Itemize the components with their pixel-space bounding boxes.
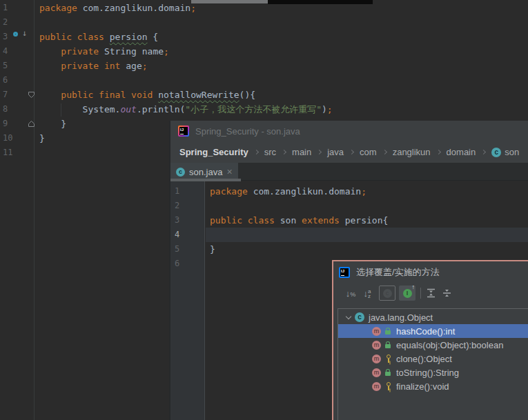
class-icon: c — [176, 168, 185, 177]
fold-column — [28, 59, 37, 73]
code-text: } — [210, 242, 215, 257]
code-text: package com.zanglikun.domain; — [210, 184, 366, 199]
fold-column — [28, 102, 37, 117]
method-icon: m — [372, 368, 381, 377]
code-line[interactable]: 5 private int age; — [0, 59, 528, 73]
line-number[interactable]: 3 — [170, 213, 206, 228]
protected-visibility-icon — [385, 382, 392, 390]
line-number[interactable]: 4 — [170, 228, 206, 242]
code-line[interactable]: 3public class son extends persion{ — [170, 213, 528, 228]
method-label: toString():String — [396, 368, 459, 378]
breadcrumb-item-com[interactable]: com — [360, 147, 377, 157]
breadcrumb-item-domain[interactable]: domain — [447, 147, 476, 157]
breadcrumb-item-spring_security[interactable]: Spring_Security — [179, 147, 248, 157]
collapse-all-icon — [442, 288, 452, 298]
sort-by-percent-button[interactable]: ↓% — [342, 286, 359, 301]
breadcrumb-leaf-label: son — [505, 147, 519, 157]
code-line[interactable]: 5} — [170, 242, 528, 257]
tree-item-equals[interactable]: mequals(obj:Object):boolean — [338, 338, 528, 352]
line-number[interactable]: 4 — [0, 44, 28, 59]
show-classes-toggle[interactable]: c — [379, 286, 395, 301]
method-icon: m — [372, 354, 381, 363]
intellij-logo-icon: IJ — [339, 267, 350, 278]
breadcrumb-item-zanglikun[interactable]: zanglikun — [393, 147, 431, 157]
class-icon: c — [491, 148, 501, 157]
breadcrumb-item-son[interactable]: cson — [491, 147, 519, 157]
line-number[interactable]: 6 — [170, 257, 206, 271]
breadcrumb-item-main[interactable]: main — [292, 147, 311, 157]
collapse-all-button[interactable] — [442, 286, 452, 301]
close-icon[interactable]: × — [226, 167, 232, 177]
tab-underline-strip — [170, 179, 241, 181]
line-number[interactable]: 9 — [0, 117, 28, 131]
window-title: Spring_Security - son.java — [195, 126, 300, 137]
fold-column — [28, 1, 37, 15]
line-number[interactable]: 7 — [0, 88, 28, 102]
breadcrumb: Spring_Securitysrcmainjavacomzanglikundo… — [170, 141, 528, 163]
code-line[interactable]: 1package com.zanglikun.domain; — [170, 184, 528, 199]
chevron-right-icon — [382, 150, 387, 154]
breadcrumb-item-src[interactable]: src — [264, 147, 276, 157]
fold-column — [28, 30, 37, 44]
code-line[interactable]: 2 — [0, 15, 528, 30]
line-number[interactable]: 5 — [0, 59, 28, 73]
dialog-toolbar: ↓% ↓az c I ↑ — [342, 283, 528, 303]
code-text: public class son extends persion{ — [210, 213, 388, 228]
protected-visibility-icon — [385, 354, 392, 363]
code-line[interactable]: 2 — [170, 199, 528, 213]
caret-line-highlight — [206, 228, 528, 242]
tab-label: son.java — [189, 167, 222, 177]
line-number[interactable]: 10 — [0, 131, 28, 146]
dialog-title-bar[interactable]: IJ 选择覆盖/实施的方法 — [333, 261, 528, 283]
chevron-down-icon[interactable] — [346, 313, 351, 319]
line-number[interactable]: 8 — [0, 102, 28, 117]
line-number[interactable]: 2 — [170, 199, 206, 213]
line-number[interactable]: 1 — [170, 184, 206, 199]
tree-root-label: java.lang.Object — [369, 312, 433, 323]
line-number[interactable]: 2 — [0, 15, 28, 30]
override-implement-dialog: IJ 选择覆盖/实施的方法 ↓% ↓az c I ↑ — [332, 260, 528, 420]
code-line[interactable]: 4 — [170, 228, 528, 242]
tree-item-hashCode[interactable]: mhashCode():int — [338, 324, 528, 338]
tree-item-clone[interactable]: mclone():Object — [338, 352, 528, 366]
line-number[interactable]: 6 — [0, 73, 28, 88]
tree-item-toString[interactable]: mtoString():String — [338, 366, 528, 379]
code-text: private String name; — [39, 44, 169, 59]
code-line[interactable]: 4 private String name; — [0, 44, 528, 59]
code-text: public final void notallowRewrite(){ — [39, 88, 255, 102]
line-number[interactable]: 3 — [0, 30, 28, 44]
sort-alphabetically-button[interactable]: ↓az — [359, 286, 375, 301]
code-line[interactable]: 7 public final void notallowRewrite(){ — [0, 88, 528, 102]
method-icon: m — [372, 327, 381, 336]
fold-end-icon[interactable] — [28, 117, 37, 131]
code-line[interactable]: 3public class persion { — [0, 30, 528, 44]
method-icon: m — [372, 341, 381, 350]
chevron-right-icon — [317, 150, 322, 154]
method-label: equals(obj:Object):boolean — [396, 340, 503, 350]
fold-start-icon[interactable] — [28, 88, 37, 102]
chevron-right-icon — [282, 150, 286, 154]
method-label: clone():Object — [396, 354, 452, 364]
method-label: finalize():void — [396, 381, 449, 392]
dialog-title: 选择覆盖/实施的方法 — [356, 266, 440, 279]
fold-column — [28, 44, 37, 59]
tree-item-finalize[interactable]: mfinalize():void — [338, 379, 528, 393]
toolbar-separator — [420, 288, 421, 299]
line-number[interactable]: 1 — [0, 1, 28, 15]
method-icon: m — [372, 382, 381, 391]
chevron-right-icon — [349, 150, 354, 154]
breadcrumb-item-java[interactable]: java — [327, 147, 344, 157]
chevron-right-icon — [481, 150, 486, 154]
line-number[interactable]: 11 — [0, 146, 28, 160]
ide-screenshot: 1package com.zanglikun.domain;23public c… — [0, 0, 528, 420]
line-number[interactable]: 5 — [170, 242, 206, 257]
class-circle-icon: c — [383, 289, 392, 298]
code-line[interactable]: 8 System.out.println("小子，我这个方法不被允许重写"); — [0, 102, 528, 117]
tree-item-java-lang-object[interactable]: cjava.lang.Object — [338, 310, 528, 324]
public-visibility-icon — [385, 327, 392, 335]
intellij-logo-icon: IJ — [178, 126, 189, 137]
window-title-bar[interactable]: IJ Spring_Security - son.java — [170, 121, 528, 141]
expand-all-button[interactable] — [426, 286, 436, 301]
code-line[interactable]: 6 — [0, 73, 528, 88]
show-interfaces-toggle[interactable]: I ↑ — [399, 286, 415, 301]
